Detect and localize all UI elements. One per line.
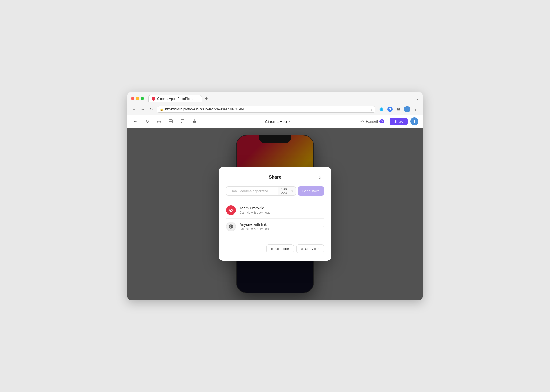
permission-chevron-icon: ▾ (291, 189, 293, 193)
extensions-menu-icon[interactable]: ⊞ (395, 106, 402, 112)
send-invite-button[interactable]: Send invite (298, 186, 324, 196)
toolbar-center: Cinema App ▾ (198, 119, 357, 124)
toolbar-right: </> Handoff 3 Share I (357, 117, 418, 125)
google-extension-icon[interactable]: G (387, 106, 393, 112)
project-name-label: Cinema App (265, 119, 287, 124)
handoff-count-badge: 3 (379, 119, 384, 123)
qr-code-icon: ⊞ (271, 247, 274, 251)
reload-button[interactable]: ↻ (148, 106, 154, 112)
browser-titlebar: P Cinema App | ProtoPie Cloud × + ⌄ (127, 92, 423, 104)
copy-link-icon: ⧉ (301, 247, 303, 251)
url-text: https://cloud.protopie.io/p/30f746c4cb2e… (165, 107, 368, 111)
anyone-permission-label: Can view & download (240, 227, 319, 231)
active-tab[interactable]: P Cinema App | ProtoPie Cloud × (148, 95, 202, 102)
traffic-lights (131, 97, 144, 100)
handoff-code-icon: </> (360, 119, 364, 123)
anyone-arrow-icon: › (323, 224, 324, 229)
handoff-label: Handoff (366, 119, 378, 124)
modal-overlay[interactable]: Share × Can view ▾ Send invite (127, 128, 423, 300)
permission-label: Can view (281, 187, 290, 195)
chrome-menu-icon[interactable]: ⋮ (412, 106, 419, 112)
minimize-window-button[interactable] (136, 97, 139, 100)
copy-link-button[interactable]: ⧉ Copy link (296, 244, 324, 253)
share-section: Team ProtoPie Can view & download (226, 202, 324, 235)
globe-icon (226, 222, 236, 231)
svg-point-0 (158, 121, 160, 122)
svg-point-4 (194, 122, 195, 122)
tab-close-button[interactable]: × (197, 97, 198, 100)
email-input[interactable] (226, 187, 278, 195)
anyone-share-text: Anyone with link Can view & download (240, 222, 319, 231)
settings-button[interactable] (155, 118, 163, 125)
tab-favicon-icon: P (152, 97, 155, 101)
copy-link-label: Copy link (305, 247, 319, 251)
refresh-button[interactable]: ↻ (143, 118, 151, 125)
anyone-share-item[interactable]: Anyone with link Can view & download › (226, 218, 324, 235)
team-name-label: Team ProtoPie (240, 206, 324, 210)
browser-chrome: P Cinema App | ProtoPie Cloud × + ⌄ ← → … (127, 92, 423, 115)
back-to-list-button[interactable]: ← (132, 118, 139, 125)
team-share-text: Team ProtoPie Can view & download (240, 206, 324, 215)
maximize-window-button[interactable] (141, 97, 144, 100)
tab-title-text: Cinema App | ProtoPie Cloud (157, 97, 194, 101)
permission-select[interactable]: Can view ▾ (278, 187, 296, 195)
project-chevron-icon[interactable]: ▾ (288, 120, 290, 123)
new-tab-button[interactable]: + (204, 96, 209, 101)
translate-extension-icon[interactable]: 🌐 (378, 106, 385, 112)
toolbar-left: ← ↻ (132, 118, 198, 125)
forward-button[interactable]: → (140, 106, 146, 112)
comment-button[interactable] (179, 118, 186, 125)
warning-button[interactable] (191, 118, 198, 125)
modal-close-button[interactable]: × (316, 174, 324, 182)
app-toolbar: ← ↻ Cinema App ▾ </> Handoff 3 (127, 115, 423, 128)
lock-icon: 🔒 (160, 108, 164, 111)
tab-bar: P Cinema App | ProtoPie Cloud × + (148, 95, 414, 102)
qr-code-button[interactable]: ⊞ QR code (266, 244, 294, 253)
anyone-label: Anyone with link (240, 222, 319, 227)
bookmark-icon[interactable]: ☆ (369, 107, 372, 111)
handoff-button[interactable]: </> Handoff 3 (357, 118, 387, 125)
browser-addressbar: ← → ↻ 🔒 https://cloud.protopie.io/p/30f7… (127, 104, 423, 115)
main-content: DEADPOOL &WOLVERINE Deadpool is offered … (127, 128, 423, 300)
close-window-button[interactable] (131, 97, 134, 100)
address-bar[interactable]: 🔒 https://cloud.protopie.io/p/30f746c4cb… (157, 106, 375, 113)
back-button[interactable]: ← (131, 106, 137, 112)
team-share-item: Team ProtoPie Can view & download (226, 202, 324, 218)
modal-header: Share × (226, 175, 324, 180)
browser-window: P Cinema App | ProtoPie Cloud × + ⌄ ← → … (127, 92, 423, 300)
share-modal: Share × Can view ▾ Send invite (219, 167, 331, 261)
modal-title-text: Share (269, 175, 281, 180)
qr-code-label: QR code (275, 247, 289, 251)
team-permission-label: Can view & download (240, 211, 324, 215)
invite-row: Can view ▾ Send invite (226, 186, 324, 196)
layers-button[interactable] (167, 118, 175, 125)
invite-input-wrapper: Can view ▾ (226, 186, 296, 196)
modal-footer: ⊞ QR code ⧉ Copy link (226, 240, 324, 253)
user-avatar-extension[interactable]: I (404, 106, 410, 112)
user-avatar-toolbar[interactable]: I (410, 117, 418, 125)
tab-menu-button[interactable]: ⌄ (416, 96, 419, 101)
extensions-bar: 🌐 G ⊞ I ⋮ (378, 106, 419, 112)
protopie-team-icon (226, 205, 236, 215)
share-button[interactable]: Share (390, 118, 408, 125)
